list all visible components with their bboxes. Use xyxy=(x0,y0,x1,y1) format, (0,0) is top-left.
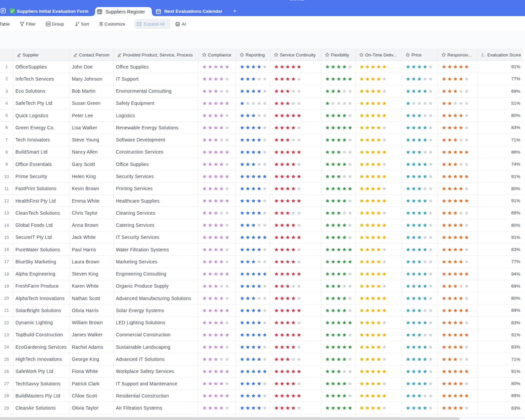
svg-text:AI: AI xyxy=(177,23,179,26)
svg-text:x: x xyxy=(483,54,485,57)
